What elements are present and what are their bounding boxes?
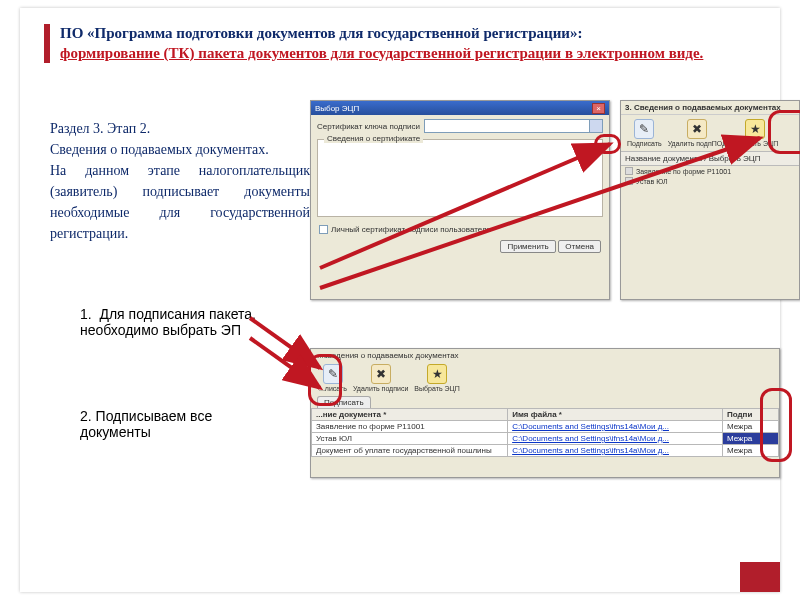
tool-sign-label: Подписать	[627, 140, 662, 147]
dialog-titlebar: Выбор ЭЦП ×	[311, 101, 609, 115]
tool-pick-label: Выбрать ЭЦП	[414, 385, 459, 392]
step-2-text: 2. Подписываем все документы	[80, 408, 212, 440]
section-line1: Сведения о подаваемых документах.	[50, 142, 269, 157]
cell-name: Документ об уплате государственной пошли…	[312, 445, 508, 457]
cert-combobox[interactable]	[424, 119, 603, 133]
panel3-header: ...сведения о подаваемых документах	[311, 349, 779, 362]
panel3-toolbar: ✎ ...лисать ✖ Удалить подписи ★ Выбрать …	[311, 362, 779, 396]
apply-button[interactable]: Применить	[500, 240, 555, 253]
arrow-layer	[20, 8, 780, 592]
panel2-header: 3. Сведения о подаваемых документах	[621, 101, 799, 115]
tool-sign[interactable]: ✎ ...лисать	[319, 364, 347, 392]
list-item[interactable]: Устав ЮЛ	[621, 176, 799, 186]
tool-pick-label: Выбрать ЭЦП	[733, 140, 778, 147]
cell-sign: Межра	[722, 421, 778, 433]
tool-del-label: Удалить подписи	[353, 385, 408, 392]
panel-top-right: 3. Сведения о подаваемых документах ✎ По…	[620, 100, 800, 300]
title-block: ПО «Программа подготовки документов для …	[44, 24, 756, 63]
tool-sign-label: ...лисать	[319, 385, 347, 392]
table-row[interactable]: Заявление по форме Р11001 C:\Documents a…	[312, 421, 779, 433]
dialog-title: Выбор ЭЦП	[315, 104, 359, 113]
tool-choose-ecp[interactable]: ★ Выбрать ЭЦП	[733, 119, 778, 147]
table-row[interactable]: Устав ЮЛ C:\Documents and Settings\ifns1…	[312, 433, 779, 445]
panel2-toolbar: ✎ Подписать ✖ Удалить подпПОД ★ Выбрать …	[621, 115, 799, 151]
doc-icon	[625, 167, 633, 175]
doc-row-2: Устав ЮЛ	[636, 178, 668, 185]
personal-cert-label: Личный сертификат подписи пользователя	[331, 225, 491, 234]
tool-del-label: Удалить подпПОД	[668, 140, 727, 147]
tool-delete-sign[interactable]: ✖ Удалить подпПОД	[668, 119, 727, 147]
section-text: Раздел 3. Этап 2. Сведения о подаваемых …	[50, 118, 310, 244]
delete-icon: ✖	[371, 364, 391, 384]
cell-name: Заявление по форме Р11001	[312, 421, 508, 433]
list-item[interactable]: Заявление по форме Р11001	[621, 166, 799, 176]
close-icon[interactable]: ×	[592, 103, 605, 114]
title-sub: формирование (ТК) пакета документов для …	[60, 45, 703, 61]
col-file: Имя файла *	[508, 409, 723, 421]
panel2-doc-list: Заявление по форме Р11001 Устав ЮЛ	[621, 166, 799, 186]
cancel-button[interactable]: Отмена	[558, 240, 601, 253]
cell-name: Устав ЮЛ	[312, 433, 508, 445]
table-header-row: ...ние документа * Имя файла * Подпи	[312, 409, 779, 421]
step-1: 1. Для подписания пакета, необходимо выб…	[80, 306, 310, 338]
cert-label: Сертификат ключа подписи	[317, 122, 420, 131]
cell-file[interactable]: C:\Documents and Settings\ifns14a\Мои д.…	[508, 433, 723, 445]
tab-sign[interactable]: Подписать	[317, 396, 371, 408]
tool-sign[interactable]: ✎ Подписать	[627, 119, 662, 147]
step-1-index: 1.	[80, 306, 92, 322]
footer-accent	[740, 562, 780, 592]
tool-choose-ecp[interactable]: ★ Выбрать ЭЦП	[414, 364, 459, 392]
col-sign: Подпи	[722, 409, 778, 421]
table-row[interactable]: Документ об уплате государственной пошли…	[312, 445, 779, 457]
cell-file[interactable]: C:\Documents and Settings\ifns14a\Мои д.…	[508, 445, 723, 457]
cell-file[interactable]: C:\Documents and Settings\ifns14a\Мои д.…	[508, 421, 723, 433]
sign-icon: ✎	[323, 364, 343, 384]
star-icon: ★	[427, 364, 447, 384]
col-name: ...ние документа *	[312, 409, 508, 421]
step-1-text: Для подписания пакета, необходимо выбрат…	[80, 306, 256, 338]
section-heading: Раздел 3. Этап 2.	[50, 121, 150, 136]
delete-icon: ✖	[687, 119, 707, 139]
title-main: ПО «Программа подготовки документов для …	[60, 25, 582, 41]
dialog-choose-ecp: Выбор ЭЦП × Сертификат ключа подписи Све…	[310, 100, 610, 300]
section-line2: На данном этапе налогоплательщик (заявит…	[50, 163, 310, 241]
cert-info-title: Сведения о сертификате	[324, 134, 423, 143]
step-2: 2. Подписываем все документы	[80, 408, 280, 440]
panel2-col-header: Название документа / Выбрать ЭЦП	[621, 151, 799, 166]
panel-bottom: ...сведения о подаваемых документах ✎ ..…	[310, 348, 780, 478]
slide: ПО «Программа подготовки документов для …	[20, 8, 780, 592]
docs-table: ...ние документа * Имя файла * Подпи Зая…	[311, 408, 779, 457]
sign-icon: ✎	[634, 119, 654, 139]
cell-sign: Межра	[722, 445, 778, 457]
cell-sign: Межра	[722, 433, 778, 445]
tool-delete-sign[interactable]: ✖ Удалить подписи	[353, 364, 408, 392]
personal-cert-checkbox[interactable]	[319, 225, 328, 234]
doc-row-1: Заявление по форме Р11001	[636, 168, 731, 175]
cert-info-group: Сведения о сертификате	[317, 139, 603, 217]
doc-icon	[625, 177, 633, 185]
star-icon: ★	[745, 119, 765, 139]
